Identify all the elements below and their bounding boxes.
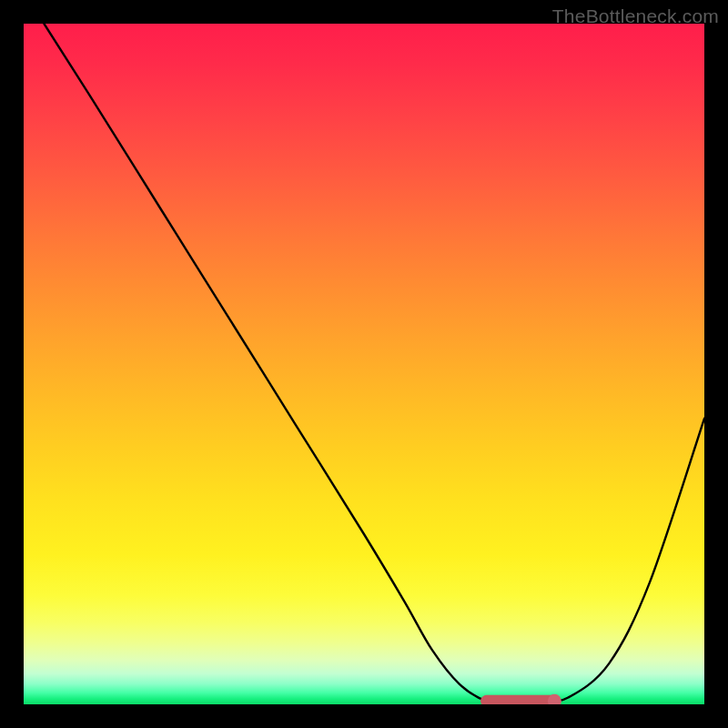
bottleneck-curve-path [44,24,704,703]
chart-svg [24,24,704,704]
chart-frame [24,24,704,704]
watermark-text: TheBottleneck.com [552,5,719,27]
